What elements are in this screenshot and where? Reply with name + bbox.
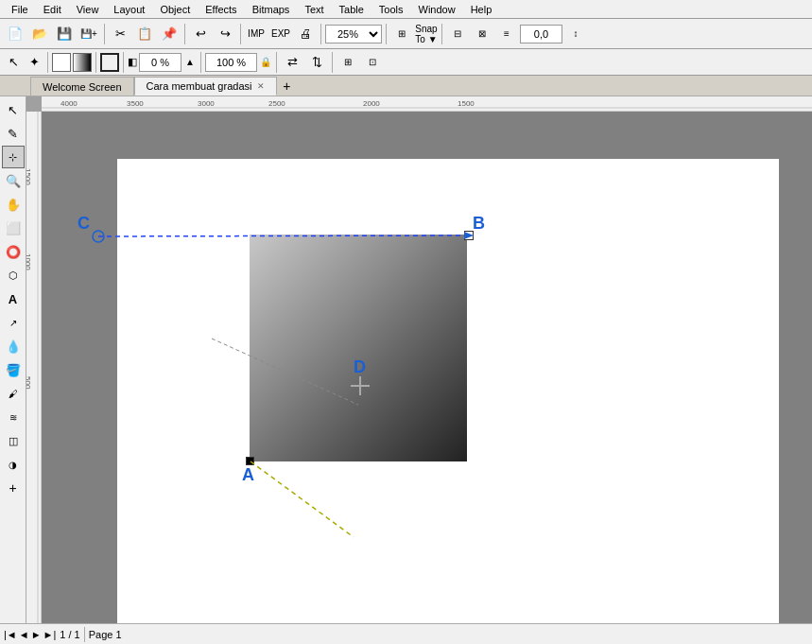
nav-first[interactable]: |◄ (4, 629, 17, 640)
paste-button[interactable]: 📌 (158, 23, 181, 45)
canvas-container[interactable]: C B A D (42, 112, 812, 623)
snap-icon[interactable]: ⊞ (390, 23, 413, 45)
add-button-toolbox[interactable]: + (2, 477, 25, 499)
print-button[interactable]: 🖨 (294, 23, 317, 45)
eyedropper-tool[interactable]: 💧 (2, 335, 25, 357)
svg-text:1000: 1000 (26, 253, 32, 270)
cursor-horizontal (351, 385, 370, 387)
tab-welcome[interactable]: Welcome Screen (30, 77, 134, 96)
copy-button[interactable]: 📋 (133, 23, 156, 45)
svg-text:3000: 3000 (198, 99, 215, 108)
zoom-select[interactable]: 25%50%100% (325, 25, 382, 44)
sep9 (123, 52, 124, 73)
svg-text:2500: 2500 (268, 99, 285, 108)
menu-help[interactable]: Help (463, 2, 500, 17)
page-label: Page 1 (89, 629, 122, 640)
scale-lock[interactable]: 🔒 (259, 51, 272, 74)
align-button[interactable]: ⊞ (337, 51, 359, 74)
saveall-button[interactable]: 💾+ (78, 23, 100, 45)
sep3 (240, 24, 241, 44)
shadow-tool[interactable]: ◫ (2, 429, 25, 452)
nav-prev[interactable]: ◄ (19, 629, 29, 640)
cut-button[interactable]: ✂ (109, 23, 131, 45)
transparency-tool[interactable]: ◑ (2, 453, 25, 476)
import-button[interactable]: IMP (245, 23, 268, 45)
scale-input[interactable] (205, 53, 257, 72)
point-c-label: C (78, 214, 90, 234)
transform-button[interactable]: ⊡ (361, 51, 384, 74)
menu-object[interactable]: Object (152, 2, 198, 17)
svg-point-15 (93, 231, 104, 242)
display-button[interactable]: ⊠ (471, 23, 493, 45)
node-tool[interactable]: ✦ (25, 53, 43, 72)
connector-tool[interactable]: ↗ (2, 311, 25, 334)
nav-next[interactable]: ► (31, 629, 42, 640)
shape-tool[interactable]: ⬜ (2, 217, 25, 239)
redo-button[interactable]: ↪ (214, 23, 236, 45)
gradient-tool[interactable]: ⊹ (2, 146, 25, 168)
view-options-button[interactable]: ⊟ (446, 23, 469, 45)
ellipse-tool[interactable]: ⭕ (2, 240, 25, 263)
sep8 (95, 52, 96, 73)
opacity-input[interactable] (139, 53, 181, 72)
save-button[interactable]: 💾 (53, 23, 76, 45)
menu-window[interactable]: Window (411, 2, 463, 17)
pan-tool[interactable]: ✋ (2, 193, 25, 216)
polygon-tool[interactable]: ⬡ (2, 264, 25, 287)
svg-text:500: 500 (26, 376, 32, 390)
point-d-label: D (354, 357, 366, 377)
page-nav: |◄ ◄ ► ►| (4, 629, 56, 640)
handle-bottom-left[interactable] (246, 457, 254, 465)
options-button[interactable]: ≡ (495, 23, 518, 45)
select-tool[interactable]: ↖ (2, 98, 25, 121)
tab-close-icon[interactable]: ✕ (257, 81, 265, 91)
undo-button[interactable]: ↩ (189, 23, 212, 45)
opacity-icon: ◧ (128, 56, 137, 68)
export-button[interactable]: EXP (269, 23, 292, 45)
main-toolbar: 📄 📂 💾 💾+ ✂ 📋 📌 ↩ ↪ IMP EXP 🖨 25%50%100% … (0, 19, 812, 49)
zoom-tool[interactable]: 🔍 (2, 169, 25, 192)
opacity-up[interactable]: ▲ (183, 51, 197, 74)
tab-add-button[interactable]: + (277, 77, 296, 96)
menu-table[interactable]: Table (332, 2, 371, 17)
sep2 (184, 24, 185, 44)
new-button[interactable]: 📄 (4, 23, 26, 45)
reflect-v-button[interactable]: ⇅ (305, 51, 328, 74)
canvas-area[interactable]: 4000 3500 3000 2500 2000 1500 1500 1000 … (26, 96, 812, 623)
outline-box[interactable] (100, 53, 119, 72)
sep6 (441, 24, 442, 44)
menu-view[interactable]: View (69, 2, 107, 17)
svg-text:4000: 4000 (60, 99, 78, 108)
tab-gradasi[interactable]: Cara membuat gradasi ✕ (134, 77, 278, 96)
tab-gradasi-label: Cara membuat gradasi (147, 80, 252, 92)
sep12 (332, 52, 333, 73)
point-a-label: A (242, 465, 254, 485)
reflect-h-button[interactable]: ⇄ (281, 51, 303, 74)
smear-tool[interactable]: ≋ (2, 406, 25, 428)
x-coord-input[interactable] (520, 25, 562, 44)
menu-file[interactable]: File (4, 2, 36, 17)
nav-last[interactable]: ►| (43, 629, 57, 640)
menu-edit[interactable]: Edit (36, 2, 69, 17)
gradient-object[interactable] (250, 235, 467, 461)
menu-layout[interactable]: Layout (106, 2, 152, 17)
sep4 (320, 24, 321, 44)
fill-tool[interactable]: 🪣 (2, 358, 25, 381)
paint-tool[interactable]: 🖌 (2, 382, 25, 405)
snap-to-button[interactable]: Snap To ▼ (415, 23, 438, 45)
gradient-box[interactable] (73, 53, 92, 72)
menubar: File Edit View Layout Object Effects Bit… (0, 0, 812, 19)
menu-bitmaps[interactable]: Bitmaps (245, 2, 298, 17)
open-button[interactable]: 📂 (28, 23, 51, 45)
toolbox: ↖ ✎ ⊹ 🔍 ✋ ⬜ ⭕ ⬡ A ↗ 💧 🪣 🖌 ≋ ◫ ◑ + (0, 96, 26, 623)
menu-effects[interactable]: Effects (198, 2, 244, 17)
status-sep1 (84, 627, 85, 642)
menu-tools[interactable]: Tools (371, 2, 411, 17)
text-tool[interactable]: A (2, 287, 25, 310)
selector-tool[interactable]: ↖ (4, 53, 23, 72)
svg-text:1500: 1500 (26, 168, 32, 185)
menu-text[interactable]: Text (297, 2, 331, 17)
sep1 (104, 24, 105, 44)
freehand-tool[interactable]: ✎ (2, 122, 25, 145)
fill-color-box[interactable] (52, 53, 71, 72)
